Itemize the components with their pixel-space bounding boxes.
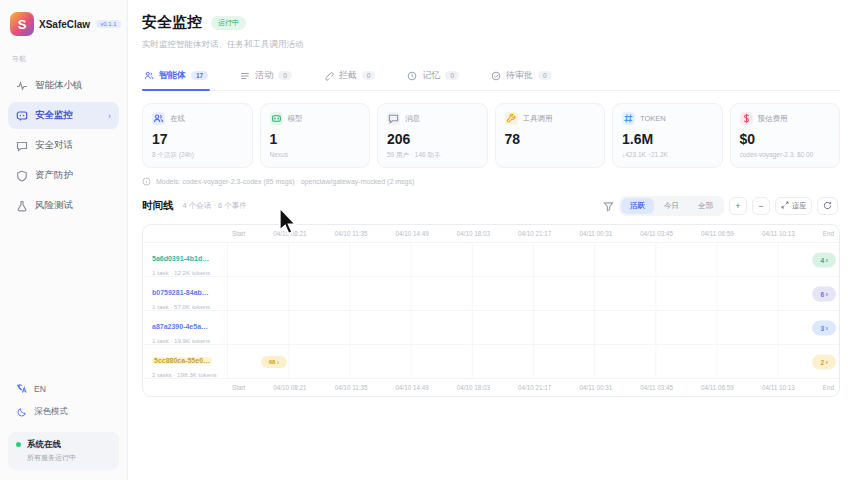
axis-tick-label: 04/11 00:31 [579,384,612,391]
stat-cards: 在线 17 8 个活跃 (24h) 模型 1 Nexus 消息 206 59 用… [142,103,840,168]
session-meta: 2 tasks · 198.3K tokens [152,371,225,378]
event-marker[interactable]: 68 › [261,356,287,368]
status-title: 系统在线 [27,439,76,451]
stat-subtext: 59 用户 · 146 助手 [387,151,478,160]
tab-bar: 智能体 17 活动 0 拦截 0 记忆 0 待审批 0 [142,64,840,91]
event-count-pill[interactable]: 2 › [812,354,836,369]
timeline-controls: 活跃今日全部 + − 适应 [602,196,838,216]
axis-tick-label: 04/10 14:49 [395,384,428,391]
language-toggle[interactable]: EN [8,377,119,400]
axis-tick-label: End [823,384,834,391]
stat-subtext: ↓423.1K ↑21.2K [622,151,713,159]
tab-count-badge: 0 [538,71,552,80]
session-lane[interactable]: 6 › [227,277,839,310]
page-title: 安全监控 [142,13,202,32]
timeline-session-row[interactable]: 5a6d0391-4b1d… 1 task · 12.2K tokens 4 › [143,242,839,276]
session-meta: 1 task · 12.2K tokens [152,269,225,276]
dark-mode-toggle[interactable]: 深色模式 [8,400,119,424]
stat-card: 消息 206 59 用户 · 146 助手 [377,103,488,168]
timeline-session-row[interactable]: 5cc880ca-55e0… 2 tasks · 198.3K tokens 6… [143,344,839,378]
model-icon [270,112,283,125]
timeline-rows: 5a6d0391-4b1d… 1 task · 12.2K tokens 4 ›… [143,242,839,378]
stat-card: TOKEN 1.6M ↓423.1K ↑21.2K [612,103,723,168]
stat-card: 工具调用 78 [495,103,606,168]
timeline-session-row[interactable]: b0759281-84ab… 1 task · 57.0K tokens 6 › [143,276,839,310]
tab[interactable]: 记忆 0 [405,64,461,90]
stat-subtext: 8 个活跃 (24h) [152,151,243,160]
axis-tick-label: 04/10 21:17 [518,384,551,391]
session-id[interactable]: 5a6d0391-4b1d… [152,255,209,262]
event-count-pill[interactable]: 3 › [812,320,836,335]
activity-icon [16,80,28,92]
axis-tick-label: 04/10 18:03 [457,230,490,237]
timeline-session-row[interactable]: a87a2390-4e5a… 1 task · 19.9K tokens 3 › [143,310,839,344]
filter-option[interactable]: 今日 [655,198,688,214]
dark-mode-label: 深色模式 [34,406,68,418]
axis-tick-label: 04/11 03:45 [640,230,673,237]
tab[interactable]: 智能体 17 [142,64,210,90]
tab[interactable]: 拦截 0 [322,64,378,90]
axis-tick-label: 04/10 14:49 [395,230,428,237]
tab-count-badge: 17 [191,71,208,80]
tab[interactable]: 活动 0 [238,64,294,90]
sidebar-item-active[interactable]: 安全监控 › [8,102,119,129]
list-icon [240,71,250,81]
link-icon [324,71,334,81]
axis-tick-label: 04/11 10:13 [762,384,795,391]
sidebar-item-link[interactable]: 安全对话 › [8,132,119,159]
stat-subtext [505,151,596,159]
stat-subtext: codex-voyager-2.3: $0.00 [740,151,831,159]
stat-value: $0 [740,131,831,147]
wrench-icon [505,112,518,125]
nav-list: 智能体小镇 › 安全监控 › 安全对话 › 资产防护 › 风险测试 › [8,72,119,222]
agents-icon [152,112,165,125]
session-id[interactable]: a87a2390-4e5a… [152,323,208,330]
sidebar-item-link[interactable]: 风险测试 › [8,192,119,219]
filter-icon[interactable] [602,200,614,212]
tab-count-badge: 0 [362,71,376,80]
nav-section-label: 导航 [12,54,115,64]
stat-card: 预估费用 $0 codex-voyager-2.3: $0.00 [730,103,841,168]
stat-label: TOKEN [640,114,666,123]
message-icon [387,112,400,125]
session-meta: 1 task · 57.0K tokens [152,303,225,310]
filter-option[interactable]: 活跃 [621,198,654,214]
stat-value: 1 [270,131,361,147]
fit-button[interactable]: 适应 [775,197,812,215]
flask-icon [16,200,28,212]
session-lane[interactable]: 68 › 2 › [227,345,839,378]
refresh-button[interactable] [817,197,838,215]
session-lane[interactable]: 4 › [227,243,839,276]
timeline-panel: Start04/10 08:2104/10 11:3504/10 14:4904… [142,224,840,397]
tab-count-badge: 0 [278,71,292,80]
shield-icon [16,170,28,182]
sidebar-item-link[interactable]: 资产防护 › [8,162,119,189]
event-count-pill[interactable]: 4 › [812,252,836,267]
expand-icon [781,201,789,211]
online-dot-icon [16,442,21,447]
session-lane[interactable]: 3 › [227,311,839,344]
tab[interactable]: 待审批 0 [489,64,554,90]
page-subtitle: 实时监控智能体对话、任务和工具调用活动 [142,39,840,51]
tab-label: 记忆 [422,69,440,82]
axis-tick-label: Start [232,230,245,237]
sidebar-item-label: 智能体小镇 [35,79,83,92]
sidebar-item-label: 安全对话 [35,139,73,152]
sidebar-footer: EN 深色模式 系统在线 所有服务运行中 [8,377,119,470]
event-count-pill[interactable]: 6 › [812,286,836,301]
monitor-icon [16,110,28,122]
filter-option[interactable]: 全部 [689,198,722,214]
session-id[interactable]: 5cc880ca-55e0… [152,357,212,364]
session-id[interactable]: b0759281-84ab… [152,289,209,296]
status-subtitle: 所有服务运行中 [27,453,76,463]
dollar-icon [740,112,753,125]
stat-label: 预估费用 [758,114,788,124]
timeline-axis-top: Start04/10 08:2104/10 11:3504/10 14:4904… [143,225,839,242]
axis-tick-label: Start [232,384,245,391]
zoom-out-button[interactable]: − [752,197,770,215]
sidebar-item-link[interactable]: 智能体小镇 › [8,72,119,99]
axis-tick-label: 04/11 10:13 [762,230,795,237]
system-status-card: 系统在线 所有服务运行中 [8,432,119,470]
main-content: 安全监控 运行中 实时监控智能体对话、任务和工具调用活动 智能体 17 活动 0… [128,0,848,480]
zoom-in-button[interactable]: + [729,197,747,215]
